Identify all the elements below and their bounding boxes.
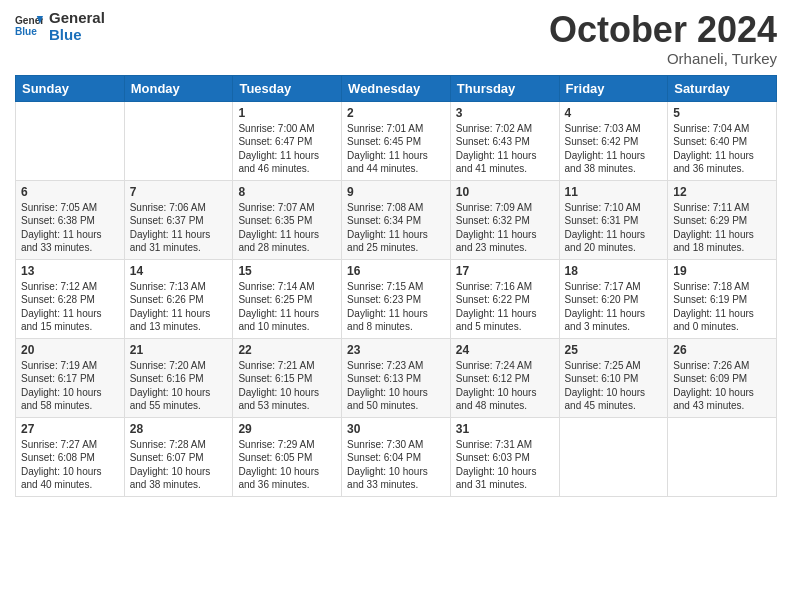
calendar-cell: 29Sunrise: 7:29 AMSunset: 6:05 PMDayligh… (233, 417, 342, 496)
cell-info: Sunrise: 7:02 AMSunset: 6:43 PMDaylight:… (456, 122, 554, 176)
cell-info: Sunrise: 7:01 AMSunset: 6:45 PMDaylight:… (347, 122, 445, 176)
cell-info: Sunrise: 7:26 AMSunset: 6:09 PMDaylight:… (673, 359, 771, 413)
calendar-cell: 18Sunrise: 7:17 AMSunset: 6:20 PMDayligh… (559, 259, 668, 338)
calendar-cell: 2Sunrise: 7:01 AMSunset: 6:45 PMDaylight… (342, 101, 451, 180)
calendar-cell: 23Sunrise: 7:23 AMSunset: 6:13 PMDayligh… (342, 338, 451, 417)
cell-day-number: 31 (456, 422, 554, 436)
col-header-friday: Friday (559, 75, 668, 101)
cell-day-number: 10 (456, 185, 554, 199)
cell-day-number: 6 (21, 185, 119, 199)
cell-day-number: 20 (21, 343, 119, 357)
cell-info: Sunrise: 7:20 AMSunset: 6:16 PMDaylight:… (130, 359, 228, 413)
calendar-cell (668, 417, 777, 496)
cell-day-number: 5 (673, 106, 771, 120)
calendar-cell: 6Sunrise: 7:05 AMSunset: 6:38 PMDaylight… (16, 180, 125, 259)
cell-info: Sunrise: 7:28 AMSunset: 6:07 PMDaylight:… (130, 438, 228, 492)
cell-info: Sunrise: 7:10 AMSunset: 6:31 PMDaylight:… (565, 201, 663, 255)
calendar-cell: 19Sunrise: 7:18 AMSunset: 6:19 PMDayligh… (668, 259, 777, 338)
calendar-cell: 5Sunrise: 7:04 AMSunset: 6:40 PMDaylight… (668, 101, 777, 180)
cell-day-number: 17 (456, 264, 554, 278)
cell-info: Sunrise: 7:07 AMSunset: 6:35 PMDaylight:… (238, 201, 336, 255)
cell-info: Sunrise: 7:29 AMSunset: 6:05 PMDaylight:… (238, 438, 336, 492)
svg-text:Blue: Blue (15, 25, 37, 36)
calendar-cell (559, 417, 668, 496)
cell-day-number: 24 (456, 343, 554, 357)
cell-day-number: 2 (347, 106, 445, 120)
calendar-cell: 3Sunrise: 7:02 AMSunset: 6:43 PMDaylight… (450, 101, 559, 180)
cell-info: Sunrise: 7:14 AMSunset: 6:25 PMDaylight:… (238, 280, 336, 334)
cell-info: Sunrise: 7:00 AMSunset: 6:47 PMDaylight:… (238, 122, 336, 176)
cell-day-number: 1 (238, 106, 336, 120)
logo-icon: General Blue (15, 13, 43, 41)
calendar-cell: 25Sunrise: 7:25 AMSunset: 6:10 PMDayligh… (559, 338, 668, 417)
cell-day-number: 14 (130, 264, 228, 278)
calendar-cell: 16Sunrise: 7:15 AMSunset: 6:23 PMDayligh… (342, 259, 451, 338)
col-header-saturday: Saturday (668, 75, 777, 101)
location-subtitle: Orhaneli, Turkey (549, 50, 777, 67)
logo: General Blue General Blue (15, 10, 105, 43)
cell-day-number: 21 (130, 343, 228, 357)
cell-day-number: 19 (673, 264, 771, 278)
week-row-2: 6Sunrise: 7:05 AMSunset: 6:38 PMDaylight… (16, 180, 777, 259)
week-row-1: 1Sunrise: 7:00 AMSunset: 6:47 PMDaylight… (16, 101, 777, 180)
cell-day-number: 28 (130, 422, 228, 436)
calendar-cell: 31Sunrise: 7:31 AMSunset: 6:03 PMDayligh… (450, 417, 559, 496)
month-title: October 2024 (549, 10, 777, 50)
calendar-cell (16, 101, 125, 180)
col-header-thursday: Thursday (450, 75, 559, 101)
calendar-cell: 12Sunrise: 7:11 AMSunset: 6:29 PMDayligh… (668, 180, 777, 259)
cell-info: Sunrise: 7:25 AMSunset: 6:10 PMDaylight:… (565, 359, 663, 413)
cell-info: Sunrise: 7:11 AMSunset: 6:29 PMDaylight:… (673, 201, 771, 255)
cell-day-number: 25 (565, 343, 663, 357)
cell-day-number: 23 (347, 343, 445, 357)
cell-day-number: 3 (456, 106, 554, 120)
cell-day-number: 27 (21, 422, 119, 436)
calendar-table: SundayMondayTuesdayWednesdayThursdayFrid… (15, 75, 777, 497)
cell-day-number: 26 (673, 343, 771, 357)
cell-info: Sunrise: 7:05 AMSunset: 6:38 PMDaylight:… (21, 201, 119, 255)
col-header-wednesday: Wednesday (342, 75, 451, 101)
header: General Blue General Blue October 2024 O… (15, 10, 777, 67)
cell-info: Sunrise: 7:04 AMSunset: 6:40 PMDaylight:… (673, 122, 771, 176)
cell-day-number: 16 (347, 264, 445, 278)
calendar-cell: 20Sunrise: 7:19 AMSunset: 6:17 PMDayligh… (16, 338, 125, 417)
calendar-cell: 14Sunrise: 7:13 AMSunset: 6:26 PMDayligh… (124, 259, 233, 338)
calendar-cell: 4Sunrise: 7:03 AMSunset: 6:42 PMDaylight… (559, 101, 668, 180)
cell-day-number: 30 (347, 422, 445, 436)
cell-info: Sunrise: 7:03 AMSunset: 6:42 PMDaylight:… (565, 122, 663, 176)
cell-day-number: 4 (565, 106, 663, 120)
cell-info: Sunrise: 7:06 AMSunset: 6:37 PMDaylight:… (130, 201, 228, 255)
week-row-3: 13Sunrise: 7:12 AMSunset: 6:28 PMDayligh… (16, 259, 777, 338)
cell-info: Sunrise: 7:13 AMSunset: 6:26 PMDaylight:… (130, 280, 228, 334)
cell-info: Sunrise: 7:31 AMSunset: 6:03 PMDaylight:… (456, 438, 554, 492)
cell-info: Sunrise: 7:27 AMSunset: 6:08 PMDaylight:… (21, 438, 119, 492)
cell-day-number: 11 (565, 185, 663, 199)
calendar-cell: 11Sunrise: 7:10 AMSunset: 6:31 PMDayligh… (559, 180, 668, 259)
logo-general: General (49, 10, 105, 27)
cell-info: Sunrise: 7:15 AMSunset: 6:23 PMDaylight:… (347, 280, 445, 334)
cell-day-number: 29 (238, 422, 336, 436)
week-row-5: 27Sunrise: 7:27 AMSunset: 6:08 PMDayligh… (16, 417, 777, 496)
week-row-4: 20Sunrise: 7:19 AMSunset: 6:17 PMDayligh… (16, 338, 777, 417)
calendar-cell: 27Sunrise: 7:27 AMSunset: 6:08 PMDayligh… (16, 417, 125, 496)
cell-info: Sunrise: 7:21 AMSunset: 6:15 PMDaylight:… (238, 359, 336, 413)
cell-info: Sunrise: 7:08 AMSunset: 6:34 PMDaylight:… (347, 201, 445, 255)
calendar-cell: 21Sunrise: 7:20 AMSunset: 6:16 PMDayligh… (124, 338, 233, 417)
cell-info: Sunrise: 7:16 AMSunset: 6:22 PMDaylight:… (456, 280, 554, 334)
title-block: October 2024 Orhaneli, Turkey (549, 10, 777, 67)
calendar-cell: 1Sunrise: 7:00 AMSunset: 6:47 PMDaylight… (233, 101, 342, 180)
cell-day-number: 22 (238, 343, 336, 357)
cell-day-number: 12 (673, 185, 771, 199)
cell-day-number: 7 (130, 185, 228, 199)
cell-day-number: 18 (565, 264, 663, 278)
calendar-cell: 15Sunrise: 7:14 AMSunset: 6:25 PMDayligh… (233, 259, 342, 338)
calendar-page: General Blue General Blue October 2024 O… (0, 0, 792, 612)
cell-info: Sunrise: 7:18 AMSunset: 6:19 PMDaylight:… (673, 280, 771, 334)
calendar-cell: 28Sunrise: 7:28 AMSunset: 6:07 PMDayligh… (124, 417, 233, 496)
cell-info: Sunrise: 7:17 AMSunset: 6:20 PMDaylight:… (565, 280, 663, 334)
cell-day-number: 8 (238, 185, 336, 199)
calendar-cell: 17Sunrise: 7:16 AMSunset: 6:22 PMDayligh… (450, 259, 559, 338)
header-row: SundayMondayTuesdayWednesdayThursdayFrid… (16, 75, 777, 101)
cell-info: Sunrise: 7:23 AMSunset: 6:13 PMDaylight:… (347, 359, 445, 413)
calendar-cell: 13Sunrise: 7:12 AMSunset: 6:28 PMDayligh… (16, 259, 125, 338)
